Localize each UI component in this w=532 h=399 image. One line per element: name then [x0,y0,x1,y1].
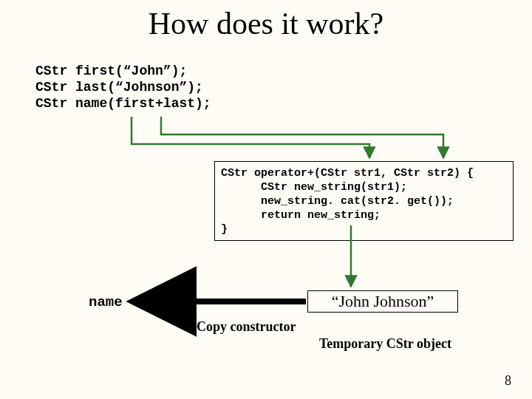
name-variable-label: name [89,294,123,310]
result-box: “John Johnson” [307,290,458,313]
arrow-last-to-str2 [161,117,443,158]
copy-constructor-label: Copy constructor [197,319,296,335]
slide: How does it work? CStr first(“John”); CS… [0,0,532,399]
fn-body-2: new_string. cat(str2. get()); [221,195,454,208]
fn-body-1: CStr new_string(str1); [221,181,407,194]
decl-line-2: CStr last(“Johnson”); [35,80,203,95]
decl-line-1: CStr first(“John”); [35,64,187,78]
operator-function-box: CStr operator+(CStr str1, CStr str2) { C… [214,161,514,241]
code-declarations: CStr first(“John”); CStr last(“Johnson”)… [35,63,211,112]
temporary-object-label: Temporary CStr object [319,336,451,352]
page-number: 8 [505,373,511,389]
fn-close: } [221,223,228,236]
slide-title: How does it work? [0,6,532,41]
decl-line-3: CStr name(first+last); [35,96,211,111]
fn-signature: CStr operator+(CStr str1, CStr str2) { [221,167,474,180]
fn-body-3: return new_string; [221,209,381,222]
arrow-first-to-str1 [132,117,369,158]
